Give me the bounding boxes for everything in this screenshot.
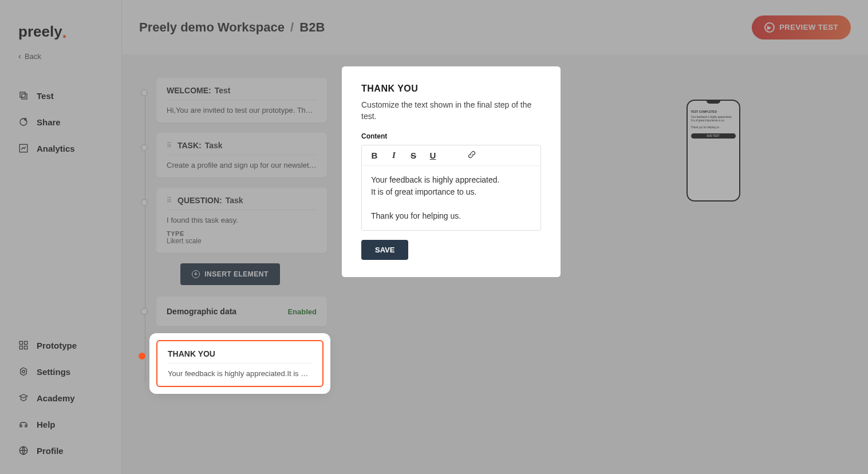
- svg-rect-6: [19, 346, 22, 349]
- thank-you-editor: THANK YOU Customize the text shown in th…: [344, 69, 558, 275]
- bold-button[interactable]: B: [369, 151, 380, 160]
- drag-handle-icon[interactable]: ⠿: [167, 196, 172, 204]
- svg-marker-8: [21, 368, 27, 376]
- header: Preely demo Workspace / B2B ▶ PREVIEW TE…: [122, 0, 868, 55]
- nav-label: Prototype: [37, 341, 77, 350]
- rte-toolbar: B I S U: [362, 145, 540, 166]
- breadcrumb: Preely demo Workspace / B2B: [139, 20, 325, 35]
- demographic-status: Enabled: [287, 307, 317, 316]
- sidebar: preely. Back Test Share Analytics Protot…: [0, 0, 122, 474]
- step-name: Test: [215, 86, 231, 95]
- save-button[interactable]: SAVE: [361, 240, 408, 260]
- phone-notch: [707, 101, 720, 104]
- step-label: TASK:: [177, 141, 202, 150]
- nav-label: Test: [37, 91, 54, 101]
- svg-point-9: [22, 370, 25, 373]
- nav-analytics[interactable]: Analytics: [0, 136, 121, 160]
- phone-preview: TEST COMPLETED Your feedback is highly a…: [686, 100, 740, 202]
- step-label: QUESTION:: [177, 196, 222, 205]
- drag-handle-icon[interactable]: ⠿: [167, 141, 172, 149]
- breadcrumb-separator: /: [290, 20, 294, 34]
- nav-label: Share: [37, 117, 61, 127]
- phone-preview-column: TEST COMPLETED Your feedback is highly a…: [558, 55, 868, 474]
- rte-content[interactable]: Your feedback is highly appreciated. It …: [362, 166, 540, 230]
- insert-label: INSERT ELEMENT: [204, 270, 269, 278]
- nav-label: Analytics: [37, 144, 75, 153]
- breadcrumb-workspace[interactable]: Preely demo Workspace: [139, 20, 285, 34]
- link-button[interactable]: [466, 150, 478, 161]
- preview-label: PREVIEW TEST: [779, 23, 838, 31]
- nav-label: Academy: [37, 393, 75, 403]
- prototype-icon: [18, 340, 29, 350]
- nav-settings[interactable]: Settings: [0, 360, 121, 384]
- breadcrumb-project: B2B: [299, 20, 325, 34]
- strikethrough-button[interactable]: S: [408, 151, 419, 160]
- step-name: Task: [226, 196, 243, 205]
- nav-share[interactable]: Share: [0, 110, 121, 134]
- editor-title: THANK YOU: [361, 84, 541, 94]
- nav-label: Help: [37, 420, 56, 429]
- nav-label: Profile: [37, 446, 64, 456]
- step-label: WELCOME:: [167, 86, 211, 95]
- share-icon: [18, 117, 29, 127]
- play-icon: ▶: [764, 22, 775, 33]
- italic-button[interactable]: I: [388, 151, 400, 160]
- nav-label: Settings: [37, 367, 70, 377]
- step-demographic[interactable]: Demographic data Enabled: [156, 297, 327, 326]
- nav-prototype[interactable]: Prototype: [0, 333, 121, 357]
- svg-rect-5: [25, 341, 27, 344]
- editor-description: Customize the text shown in the final st…: [361, 100, 541, 122]
- step-body: I found this task easy.: [167, 216, 317, 224]
- phone-end-button: END TEST: [691, 133, 736, 139]
- step-welcome[interactable]: WELCOME: Test Hi,You are invited to test…: [156, 78, 327, 123]
- content-label: Content: [361, 132, 541, 140]
- svg-rect-4: [19, 341, 22, 344]
- nav-academy[interactable]: Academy: [0, 386, 121, 410]
- nav-profile[interactable]: Profile: [0, 439, 121, 463]
- step-body: Create a profile and sign up for our new…: [167, 161, 317, 169]
- step-question[interactable]: ⠿ QUESTION: Task I found this task easy.…: [156, 188, 327, 253]
- svg-rect-7: [25, 346, 27, 349]
- settings-icon: [18, 366, 29, 377]
- brand-logo: preely.: [0, 11, 121, 46]
- svg-rect-1: [22, 94, 27, 99]
- back-label: Back: [25, 52, 41, 61]
- step-body: Hi,You are invited to test our prototype…: [167, 106, 317, 114]
- phone-heading: TEST COMPLETED: [691, 110, 736, 113]
- academy-icon: [18, 393, 29, 403]
- test-icon: [18, 90, 29, 101]
- type-value: Likert scale: [167, 237, 317, 245]
- type-label: TYPE: [167, 230, 317, 237]
- plus-icon: +: [192, 270, 200, 278]
- nav-test[interactable]: Test: [0, 84, 121, 108]
- step-task[interactable]: ⠿ TASK: Task Create a profile and sign u…: [156, 133, 327, 177]
- nav-help[interactable]: Help: [0, 412, 121, 436]
- demographic-title: Demographic data: [167, 307, 236, 316]
- svg-rect-0: [20, 92, 25, 97]
- help-icon: [18, 419, 29, 429]
- step-name: Task: [205, 141, 223, 150]
- phone-body-text: Your feedback is highly appreciated. It …: [691, 116, 736, 129]
- profile-icon: [18, 445, 29, 456]
- steps-column: WELCOME: Test Hi,You are invited to test…: [122, 55, 344, 474]
- step-body: Your feedback is highly appreciated.It i…: [168, 369, 312, 378]
- analytics-icon: [18, 143, 29, 153]
- timeline-line: [145, 89, 145, 382]
- rich-text-editor: B I S U Your feedback is highly apprecia…: [361, 145, 541, 231]
- step-thankyou[interactable]: THANK YOU Your feedback is highly apprec…: [156, 340, 323, 387]
- step-label: THANK YOU: [168, 349, 215, 358]
- insert-element-button[interactable]: + INSERT ELEMENT: [180, 263, 280, 285]
- preview-test-button[interactable]: ▶ PREVIEW TEST: [752, 15, 851, 40]
- underline-button[interactable]: U: [427, 151, 439, 160]
- back-link[interactable]: Back: [0, 46, 121, 72]
